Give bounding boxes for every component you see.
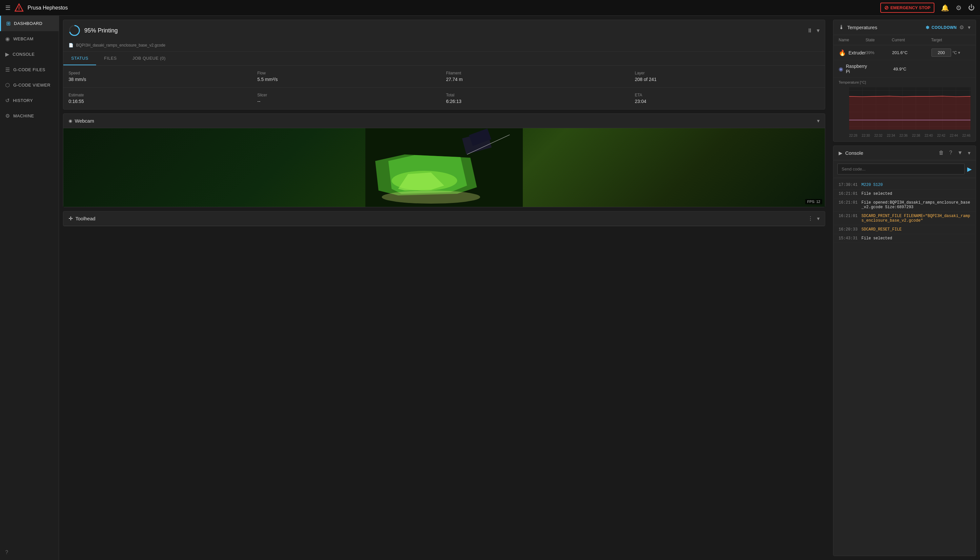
- temperature-chart: Temperature [°C]: [833, 78, 976, 141]
- filename: BQPI3H_dasaki_ramps_enclosure_base_v2.gc…: [76, 43, 165, 48]
- toolhead-menu-icon[interactable]: ⋮: [808, 215, 813, 222]
- webcam-card: ◉ Webcam ▾: [63, 113, 825, 207]
- emergency-icon: ⊘: [884, 5, 888, 11]
- print-status-actions: ⏸ ▾: [807, 27, 820, 34]
- tabs: STATUS FILES JOB QUEUE (0): [63, 52, 825, 65]
- settings-icon[interactable]: ⚙: [956, 4, 962, 12]
- console-header-actions: 🗑 ? ▼ ▾: [939, 150, 970, 156]
- stat-filament: Filament 27.74 m: [446, 71, 631, 82]
- chart-x-labels: 22:28 22:30 22:32 22:34 22:36 22:38 22:4…: [849, 134, 970, 137]
- console-help-icon[interactable]: ?: [949, 150, 952, 156]
- stats-row2: Estimate 0:16:55 Slicer -- Total 6:26:13…: [63, 88, 825, 109]
- cooldown-button[interactable]: ❄ COOLDOWN: [925, 25, 957, 30]
- svg-marker-29: [849, 96, 970, 130]
- svg-point-12: [382, 190, 480, 203]
- temp-header-actions: ⚙ ▾: [959, 24, 970, 30]
- log-entry: 16:21:01 File opened:BQPI3H_dasaki_ramps…: [833, 198, 976, 212]
- temperatures-header: 🌡 Temperatures ❄ COOLDOWN ⚙ ▾: [833, 20, 976, 35]
- sidebar-item-dashboard[interactable]: ⊞ DASHBOARD: [0, 16, 59, 31]
- console-card: ▶ Console 🗑 ? ▼ ▾ ▶ 17:30:41 M220 S120: [833, 145, 976, 556]
- tab-files[interactable]: FILES: [96, 52, 125, 65]
- fps-badge: FPS: 12: [805, 199, 822, 204]
- topbar: ☰ Prusa Hephestos ⊘ EMERGENCY STOP 🔔 ⚙ ⏻: [0, 0, 980, 16]
- temperatures-card: 🌡 Temperatures ❄ COOLDOWN ⚙ ▾ Name State…: [833, 20, 976, 142]
- temperatures-title: Temperatures: [847, 25, 923, 30]
- webcam-icon: ◉: [5, 36, 10, 42]
- sidebar: ⊞ DASHBOARD ◉ WEBCAM ▶ CONSOLE ☰ G-CODE …: [0, 16, 59, 560]
- sidebar-item-gcode-files[interactable]: ☰ G-CODE FILES: [0, 62, 59, 77]
- stat-total: Total 6:26:13: [446, 93, 631, 104]
- console-filter-icon[interactable]: ▼: [957, 150, 963, 156]
- stat-eta: ETA 23:04: [635, 93, 820, 104]
- log-entry: 16:20:33 SDCARD_RESET_FILE: [833, 225, 976, 234]
- temp-icon: 🌡: [838, 24, 845, 31]
- webcam-image: FPS: 12: [63, 128, 825, 207]
- sidebar-item-machine[interactable]: ⚙ MACHINE: [0, 108, 59, 123]
- temp-row-extruder: 🔥 Extruder 39% 201.6°C °C ▾: [833, 45, 976, 60]
- files-icon: ☰: [5, 67, 10, 73]
- toolhead-icon: ✛: [68, 215, 73, 222]
- log-entry: 15:43:31 File selected: [833, 234, 976, 243]
- console-log: 17:30:41 M220 S120 16:21:01 File selecte…: [833, 178, 976, 556]
- tab-status[interactable]: STATUS: [63, 52, 96, 65]
- extruder-target: °C ▾: [932, 48, 971, 57]
- file-icon: 📄: [68, 43, 73, 48]
- topbar-actions: ⊘ EMERGENCY STOP 🔔 ⚙ ⏻: [880, 3, 975, 13]
- expand-icon[interactable]: ▾: [817, 27, 820, 34]
- toolhead-header: ✛ Toolhead ⋮ ▾: [63, 212, 825, 226]
- help-icon[interactable]: ?: [0, 545, 59, 560]
- stat-layer: Layer 208 of 241: [635, 71, 820, 82]
- temp-table-header: Name State Current Target: [833, 35, 976, 45]
- log-entry: 17:30:41 M220 S120: [833, 181, 976, 190]
- webcam-feed: FPS: 12: [63, 128, 825, 207]
- temp-expand-icon[interactable]: ▾: [968, 24, 970, 30]
- emergency-stop-button[interactable]: ⊘ EMERGENCY STOP: [880, 3, 934, 13]
- notification-icon[interactable]: 🔔: [941, 4, 949, 12]
- right-panel: 🌡 Temperatures ❄ COOLDOWN ⚙ ▾ Name State…: [829, 16, 980, 560]
- console-send-button[interactable]: ▶: [967, 165, 972, 173]
- stats-row1: Speed 38 mm/s Flow 5.5 mm²/s Filament 27…: [63, 65, 825, 87]
- print-status-card: 95% Printing ⏸ ▾ 📄 BQPI3H_dasaki_ramps_e…: [63, 20, 825, 110]
- filename-bar: 📄 BQPI3H_dasaki_ramps_enclosure_base_v2.…: [63, 41, 825, 52]
- sidebar-item-history[interactable]: ↺ HISTORY: [0, 93, 59, 108]
- menu-icon[interactable]: ☰: [5, 4, 10, 12]
- console-clear-icon[interactable]: 🗑: [939, 150, 944, 156]
- console-prompt-icon: ▶: [838, 150, 843, 156]
- toolhead-actions: ⋮ ▾: [808, 215, 820, 222]
- console-input-row: ▶: [833, 160, 976, 178]
- left-panel: 95% Printing ⏸ ▾ 📄 BQPI3H_dasaki_ramps_e…: [59, 16, 829, 560]
- stat-flow: Flow 5.5 mm²/s: [257, 71, 442, 82]
- tab-job-queue[interactable]: JOB QUEUE (0): [125, 52, 173, 65]
- print-status-header: 95% Printing ⏸ ▾: [63, 20, 825, 41]
- toolhead-card: ✛ Toolhead ⋮ ▾: [63, 211, 825, 226]
- log-entry: 16:21:01 File selected: [833, 190, 976, 198]
- power-icon[interactable]: ⏻: [968, 4, 975, 12]
- chart-wrapper: 220 200 150 100 50 22:28 22:30 22:32 22:…: [849, 85, 970, 137]
- machine-icon: ⚙: [5, 113, 10, 119]
- extruder-icon: 🔥: [838, 49, 846, 57]
- toolhead-expand-icon[interactable]: ▾: [817, 215, 820, 222]
- cooldown-icon: ❄: [925, 25, 930, 30]
- main-layout: ⊞ DASHBOARD ◉ WEBCAM ▶ CONSOLE ☰ G-CODE …: [0, 16, 980, 560]
- sidebar-item-console[interactable]: ▶ CONSOLE: [0, 47, 59, 62]
- logo-icon: [15, 3, 23, 12]
- log-entry: 16:21:01 SDCARD_PRINT_FILE FILENAME="BQP…: [833, 212, 976, 225]
- dashboard-icon: ⊞: [6, 20, 11, 27]
- webcam-header: ◉ Webcam ▾: [63, 114, 825, 128]
- console-header: ▶ Console 🗑 ? ▼ ▾: [833, 146, 976, 160]
- pause-icon[interactable]: ⏸: [807, 27, 813, 34]
- sidebar-item-webcam[interactable]: ◉ WEBCAM: [0, 31, 59, 47]
- pi-icon: ◉: [838, 66, 843, 72]
- console-input[interactable]: [837, 163, 965, 175]
- extruder-target-input[interactable]: [932, 48, 951, 57]
- stat-estimate: Estimate 0:16:55: [68, 93, 253, 104]
- temp-settings-icon[interactable]: ⚙: [959, 24, 964, 30]
- console-expand-icon[interactable]: ▾: [968, 150, 970, 156]
- webcam-expand-icon[interactable]: ▾: [817, 118, 820, 124]
- temp-row-pi: ◉ Raspberry Pi 49.9°C: [833, 60, 976, 78]
- app-title: Prusa Hephestos: [28, 5, 877, 11]
- console-title: ▶ Console: [838, 150, 936, 156]
- sidebar-item-gcode-viewer[interactable]: ⬡ G-CODE VIEWER: [0, 77, 59, 93]
- extruder-target-dropdown[interactable]: ▾: [958, 50, 960, 55]
- console-icon: ▶: [5, 51, 10, 57]
